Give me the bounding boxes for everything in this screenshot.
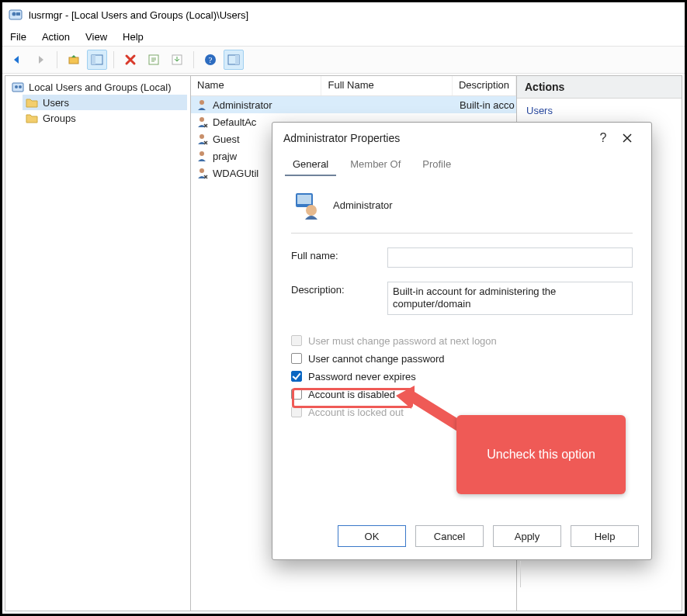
svg-rect-2 (16, 12, 20, 16)
folder-icon (26, 112, 38, 124)
menu-view[interactable]: View (85, 31, 107, 43)
chk-password-never-expires[interactable]: Password never expires (291, 368, 633, 386)
dialog-close-button[interactable] (614, 127, 640, 149)
tab-general[interactable]: General (285, 154, 336, 176)
list-header: Name Full Name Description (191, 76, 516, 96)
tree-node-groups[interactable]: Groups (23, 110, 187, 126)
list-cell-name: Administrator (213, 99, 272, 111)
svg-point-1 (12, 12, 16, 16)
svg-point-15 (200, 100, 204, 105)
svg-rect-11 (235, 55, 239, 64)
menu-file[interactable]: File (10, 31, 26, 43)
user-icon (196, 150, 208, 162)
menu-help[interactable]: Help (123, 31, 144, 43)
description-label: Description: (291, 282, 376, 296)
show-hide-tree-button[interactable] (87, 50, 107, 70)
chk-must-change-password: User must change password at next logon (291, 332, 633, 350)
chk-cannot-change-password[interactable]: User cannot change password (291, 350, 633, 368)
description-input[interactable]: Built-in account for administering the c… (387, 282, 633, 315)
app-icon (9, 8, 23, 22)
svg-point-19 (200, 168, 204, 173)
full-name-input[interactable] (387, 247, 633, 268)
ok-button[interactable]: OK (338, 525, 406, 547)
svg-rect-3 (69, 57, 78, 64)
toolbar-separator (57, 51, 57, 68)
annotation-highlight (292, 388, 413, 408)
menubar: File Action View Help (2, 27, 685, 46)
dialog-buttons: OK Cancel Apply Help (272, 516, 651, 559)
checkbox-label: User cannot change password (308, 353, 445, 365)
svg-text:?: ? (209, 55, 213, 64)
delete-button[interactable] (120, 50, 141, 70)
users-groups-icon (12, 81, 24, 93)
apply-button[interactable]: Apply (493, 525, 561, 547)
svg-point-13 (15, 85, 18, 88)
tree-pane: Local Users and Groups (Local) Users Gro… (5, 75, 191, 611)
dialog-help-button[interactable]: ? (592, 131, 614, 145)
tab-member-of[interactable]: Member Of (342, 154, 408, 176)
user-disabled-icon (196, 116, 208, 128)
help-button[interactable]: ? (200, 50, 220, 70)
dialog-titlebar[interactable]: Administrator Properties ? (272, 123, 651, 154)
list-cell-name: DefaultAc (213, 116, 256, 128)
tree-root-label: Local Users and Groups (Local) (29, 81, 172, 93)
svg-rect-5 (92, 55, 95, 64)
refresh-button[interactable] (144, 50, 164, 70)
checkbox-label: Password never expires (308, 371, 416, 382)
user-disabled-icon (196, 133, 208, 145)
toolbar-separator (193, 51, 194, 68)
toolbar-separator (113, 51, 114, 68)
actions-header: Actions (517, 76, 682, 99)
dialog-tabs: General Member Of Profile (272, 154, 651, 176)
list-cell-desc: Built-in acco (460, 99, 515, 111)
checkbox-label: User must change password at next logon (308, 335, 497, 347)
toolbar: ? (2, 46, 685, 74)
svg-point-17 (200, 134, 204, 139)
column-description[interactable]: Description (453, 76, 516, 95)
dialog-title: Administrator Properties (283, 132, 400, 144)
window-title: lusrmgr - [Local Users and Groups (Local… (29, 9, 248, 21)
svg-rect-21 (297, 195, 311, 204)
cancel-button[interactable]: Cancel (415, 525, 484, 547)
checkbox-icon (291, 335, 302, 346)
tree-root[interactable]: Local Users and Groups (Local) (9, 79, 187, 95)
forward-button[interactable] (30, 50, 50, 70)
menu-action[interactable]: Action (42, 31, 70, 43)
titlebar: lusrmgr - [Local Users and Groups (Local… (2, 2, 685, 27)
annotation-text: Uncheck this option (487, 448, 595, 462)
properties-dialog: Administrator Properties ? General Membe… (272, 122, 652, 560)
user-large-icon (291, 189, 322, 222)
pane-divider[interactable] (520, 561, 521, 587)
show-hide-action-pane-button[interactable] (224, 50, 244, 70)
column-name[interactable]: Name (191, 76, 321, 95)
tree-node-label: Groups (43, 112, 76, 124)
list-cell-name: Guest (213, 133, 240, 145)
up-button[interactable] (64, 50, 84, 70)
column-full-name[interactable]: Full Name (321, 76, 452, 95)
account-name: Administrator (333, 199, 393, 211)
checkbox-icon[interactable] (291, 371, 302, 382)
svg-point-16 (200, 117, 204, 122)
tree-node-users[interactable]: Users (23, 95, 187, 110)
svg-point-22 (306, 205, 317, 216)
tree-node-label: Users (43, 97, 69, 109)
user-disabled-icon (196, 167, 208, 179)
svg-point-14 (19, 85, 22, 88)
full-name-label: Full name: (291, 247, 376, 261)
help-button[interactable]: Help (571, 525, 639, 547)
annotation-callout: Uncheck this option (456, 415, 626, 494)
folder-icon (26, 96, 38, 109)
svg-point-18 (200, 151, 204, 156)
actions-item-users[interactable]: Users (517, 99, 682, 123)
list-cell-name: WDAGUtil (213, 168, 258, 179)
list-row[interactable]: Administrator Built-in acco (191, 96, 516, 113)
user-icon (196, 99, 208, 111)
export-list-button[interactable] (167, 50, 187, 70)
tab-profile[interactable]: Profile (415, 154, 459, 176)
list-cell-name: prajw (213, 151, 237, 162)
back-button[interactable] (7, 50, 27, 70)
checkbox-icon[interactable] (291, 353, 302, 364)
checkbox-icon (291, 407, 302, 417)
